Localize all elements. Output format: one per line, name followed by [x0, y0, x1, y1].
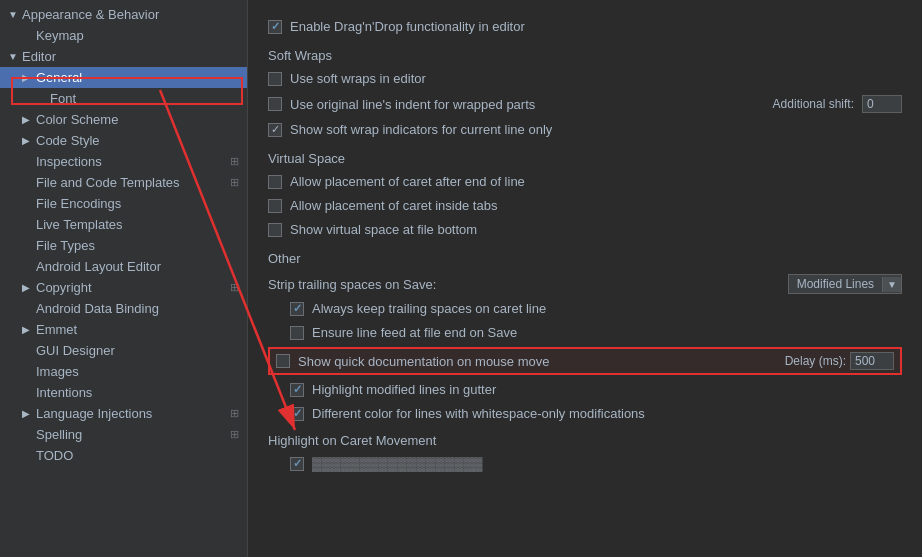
- sidebar-label-keymap: Keymap: [36, 28, 239, 43]
- sidebar-label-gui-designer: GUI Designer: [36, 343, 239, 358]
- highlight-modified-label: Highlight modified lines in gutter: [312, 382, 902, 397]
- show-virtual-space-checkbox[interactable]: [268, 223, 282, 237]
- strip-trailing-dropdown[interactable]: Modified Lines ▼: [788, 274, 902, 294]
- delay-input[interactable]: [850, 352, 894, 370]
- enable-dragndrop-label: Enable Drag'n'Drop functionality in edit…: [290, 19, 902, 34]
- sidebar-item-inspections[interactable]: Inspections⊞: [0, 151, 247, 172]
- additional-shift-group: Additional shift:: [773, 95, 902, 113]
- highlight-caret-placeholder-checkbox[interactable]: [290, 457, 304, 471]
- sidebar-item-android-data[interactable]: Android Data Binding: [0, 298, 247, 319]
- sidebar-item-copyright[interactable]: ▶Copyright⊞: [0, 277, 247, 298]
- virtual-space-section: Virtual Space: [268, 151, 902, 166]
- sidebar-item-gui-designer[interactable]: GUI Designer: [0, 340, 247, 361]
- strip-trailing-value: Modified Lines: [789, 275, 882, 293]
- sidebar-label-images: Images: [36, 364, 239, 379]
- use-soft-wraps-checkbox[interactable]: [268, 72, 282, 86]
- sidebar-icon-language-injections: ⊞: [230, 407, 239, 420]
- sidebar-item-appearance[interactable]: ▼Appearance & Behavior: [0, 4, 247, 25]
- dropdown-arrow-icon[interactable]: ▼: [882, 277, 901, 292]
- sidebar-label-general: General: [36, 70, 239, 85]
- enable-dragndrop-checkbox[interactable]: [268, 20, 282, 34]
- sidebar-icon-file-code-templates: ⊞: [230, 176, 239, 189]
- highlight-modified-checkbox[interactable]: [290, 383, 304, 397]
- always-keep-trailing-label: Always keep trailing spaces on caret lin…: [312, 301, 902, 316]
- sidebar-label-inspections: Inspections: [36, 154, 226, 169]
- sidebar-label-spelling: Spelling: [36, 427, 226, 442]
- sidebar-item-language-injections[interactable]: ▶Language Injections⊞: [0, 403, 247, 424]
- allow-caret-end-label: Allow placement of caret after end of li…: [290, 174, 902, 189]
- show-virtual-space-row: Show virtual space at file bottom: [268, 220, 902, 239]
- use-original-indent-row: Use original line's indent for wrapped p…: [268, 93, 902, 115]
- sidebar-item-file-types[interactable]: File Types: [0, 235, 247, 256]
- ensure-line-feed-checkbox[interactable]: [290, 326, 304, 340]
- sidebar-item-editor[interactable]: ▼Editor: [0, 46, 247, 67]
- sidebar-arrow-appearance: ▼: [8, 9, 20, 20]
- use-soft-wraps-label: Use soft wraps in editor: [290, 71, 902, 86]
- use-original-indent-label: Use original line's indent for wrapped p…: [290, 97, 773, 112]
- sidebar-label-file-encodings: File Encodings: [36, 196, 239, 211]
- sidebar-item-images[interactable]: Images: [0, 361, 247, 382]
- sidebar-label-android-data: Android Data Binding: [36, 301, 239, 316]
- sidebar-arrow-copyright: ▶: [22, 282, 34, 293]
- sidebar-label-emmet: Emmet: [36, 322, 239, 337]
- use-soft-wraps-row: Use soft wraps in editor: [268, 69, 902, 88]
- sidebar-item-intentions[interactable]: Intentions: [0, 382, 247, 403]
- sidebar-item-general[interactable]: ▶General: [0, 67, 247, 88]
- allow-caret-tabs-row: Allow placement of caret inside tabs: [268, 196, 902, 215]
- show-virtual-space-label: Show virtual space at file bottom: [290, 222, 902, 237]
- always-keep-trailing-row: Always keep trailing spaces on caret lin…: [268, 299, 902, 318]
- sidebar-label-editor: Editor: [22, 49, 239, 64]
- sidebar-item-file-encodings[interactable]: File Encodings: [0, 193, 247, 214]
- additional-shift-label: Additional shift:: [773, 97, 854, 111]
- sidebar-item-file-code-templates[interactable]: File and Code Templates⊞: [0, 172, 247, 193]
- different-color-checkbox[interactable]: [290, 407, 304, 421]
- always-keep-trailing-checkbox[interactable]: [290, 302, 304, 316]
- sidebar-label-code-style: Code Style: [36, 133, 239, 148]
- allow-caret-end-row: Allow placement of caret after end of li…: [268, 172, 902, 191]
- sidebar-arrow-color-scheme: ▶: [22, 114, 34, 125]
- ensure-line-feed-label: Ensure line feed at file end on Save: [312, 325, 902, 340]
- strip-trailing-row: Strip trailing spaces on Save: Modified …: [268, 274, 902, 294]
- sidebar-item-code-style[interactable]: ▶Code Style: [0, 130, 247, 151]
- highlight-caret-placeholder-row: ▓▓▓▓▓▓▓▓▓▓▓▓▓▓▓▓▓▓: [268, 454, 902, 473]
- highlight-modified-row: Highlight modified lines in gutter: [268, 380, 902, 399]
- show-indicators-row: Show soft wrap indicators for current li…: [268, 120, 902, 139]
- allow-caret-tabs-label: Allow placement of caret inside tabs: [290, 198, 902, 213]
- sidebar-arrow-emmet: ▶: [22, 324, 34, 335]
- other-section: Other: [268, 251, 902, 266]
- enable-dragndrop-row: Enable Drag'n'Drop functionality in edit…: [268, 17, 902, 36]
- allow-caret-tabs-checkbox[interactable]: [268, 199, 282, 213]
- show-indicators-checkbox[interactable]: [268, 123, 282, 137]
- main-content: Enable Drag'n'Drop functionality in edit…: [248, 0, 922, 490]
- sidebar-label-file-code-templates: File and Code Templates: [36, 175, 226, 190]
- sidebar-arrow-general: ▶: [22, 72, 34, 83]
- sidebar-item-live-templates[interactable]: Live Templates: [0, 214, 247, 235]
- show-quick-doc-row: Show quick documentation on mouse move D…: [268, 347, 902, 375]
- different-color-row: Different color for lines with whitespac…: [268, 404, 902, 423]
- sidebar-label-color-scheme: Color Scheme: [36, 112, 239, 127]
- different-color-label: Different color for lines with whitespac…: [312, 406, 902, 421]
- sidebar-item-font[interactable]: Font: [0, 88, 247, 109]
- sidebar-item-spelling[interactable]: Spelling⊞: [0, 424, 247, 445]
- sidebar-label-font: Font: [50, 91, 239, 106]
- sidebar-arrow-code-style: ▶: [22, 135, 34, 146]
- sidebar-item-todo[interactable]: TODO: [0, 445, 247, 466]
- sidebar-icon-inspections: ⊞: [230, 155, 239, 168]
- sidebar-item-color-scheme[interactable]: ▶Color Scheme: [0, 109, 247, 130]
- show-quick-doc-label: Show quick documentation on mouse move: [298, 354, 769, 369]
- sidebar-label-file-types: File Types: [36, 238, 239, 253]
- soft-wraps-section: Soft Wraps: [268, 48, 902, 63]
- sidebar-label-intentions: Intentions: [36, 385, 239, 400]
- allow-caret-end-checkbox[interactable]: [268, 175, 282, 189]
- highlight-caret-placeholder-label: ▓▓▓▓▓▓▓▓▓▓▓▓▓▓▓▓▓▓: [312, 456, 902, 471]
- sidebar: ▼Appearance & BehaviorKeymap▼Editor▶Gene…: [0, 0, 248, 557]
- sidebar-item-keymap[interactable]: Keymap: [0, 25, 247, 46]
- sidebar-item-emmet[interactable]: ▶Emmet: [0, 319, 247, 340]
- sidebar-label-language-injections: Language Injections: [36, 406, 226, 421]
- use-original-indent-checkbox[interactable]: [268, 97, 282, 111]
- sidebar-icon-spelling: ⊞: [230, 428, 239, 441]
- sidebar-label-todo: TODO: [36, 448, 239, 463]
- sidebar-item-android-layout[interactable]: Android Layout Editor: [0, 256, 247, 277]
- additional-shift-input[interactable]: [862, 95, 902, 113]
- show-quick-doc-checkbox[interactable]: [276, 354, 290, 368]
